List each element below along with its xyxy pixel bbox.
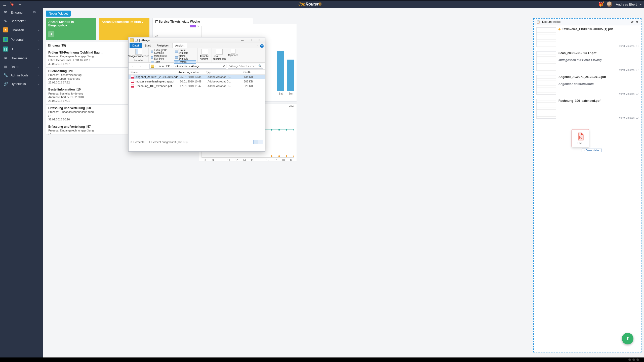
tab-share[interactable]: Freigeben — [154, 43, 172, 48]
documenthub-panel[interactable]: 📋 DocumentHub ⟳ 🗑 TaxInvoice_EINDE18-200… — [533, 18, 641, 352]
folder-icon — [130, 38, 134, 42]
dragging-pdf[interactable]: PDF — [572, 129, 589, 147]
file-row[interactable]: muster-einzelleasingvertrag.pdf10.01.201… — [129, 79, 265, 84]
avatar[interactable] — [607, 2, 612, 7]
sidebar-item-finanzen[interactable]: € Finanzen ⌄ — [0, 25, 43, 35]
dochub-item[interactable]: Scan_28.01.2019 13.17.pdf Mittagessen mi… — [534, 49, 641, 73]
nav-pane-button[interactable]: Navigationsbereich — [127, 49, 150, 58]
hamburger-icon[interactable]: ☰ — [3, 2, 7, 6]
current-view-button[interactable]: Aktuelle Ansicht — [199, 49, 210, 61]
edit-icon: ✎ — [3, 19, 8, 23]
view-extralarge[interactable]: Extra große Symbole — [150, 49, 172, 54]
close-button[interactable]: ✕ — [255, 38, 264, 43]
stat-widget-steps[interactable]: Anzahl Schritte in Eingangsbox ⬇ — [46, 18, 96, 40]
sidebar-item-hyperlinks[interactable]: 🔗 Hyperlinks ⌄ — [0, 79, 43, 88]
chevron-down-icon: ⌄ — [38, 82, 40, 85]
sidebar-item-it[interactable]: { } IT ⌄ — [0, 44, 43, 54]
trash-icon[interactable]: 🗑 — [635, 20, 638, 24]
chart-bar — [277, 51, 284, 91]
sidebar-count: 15 — [33, 11, 36, 14]
sidebar-item-personal[interactable]: 👤 Personal ⌄ — [0, 35, 43, 44]
sidebar-item-label: Daten — [11, 65, 19, 69]
dochub-item[interactable]: Angebot_AG0071_25.01.2019.pdf Angebot Ko… — [534, 73, 641, 97]
refresh-icon[interactable]: ⟳ — [221, 64, 225, 68]
view-medium[interactable]: Mittelgroße Symbole — [150, 55, 172, 60]
folder-icon — [151, 65, 154, 68]
thumbnail — [536, 99, 556, 119]
bookmark-icon[interactable]: 🔖 — [10, 2, 14, 6]
stat-title: Anzahl Dokumente im Archiv — [102, 20, 147, 24]
svg-point-6 — [286, 155, 287, 157]
back-button[interactable]: ← — [131, 64, 136, 68]
pdf-label: PDF — [578, 141, 583, 144]
qat-icon[interactable] — [135, 39, 138, 41]
file-explorer-window[interactable]: | Ablage — ☐ ✕ Datei Start Freigeben Ans… — [128, 37, 265, 152]
sidebar-item-daten[interactable]: ▦ Daten ⌄ — [0, 62, 43, 71]
window-titlebar[interactable]: | Ablage — ☐ ✕ — [129, 37, 265, 43]
file-list: Angebot_AG0071_25.01.2019.pdf25.01.2019 … — [129, 75, 265, 139]
chart-xlabel: 15 — [256, 159, 263, 161]
view-large[interactable]: Große Symbole — [174, 49, 196, 54]
file-row[interactable]: Angebot_AG0071_25.01.2019.pdf25.01.2019 … — [129, 75, 265, 79]
view-details[interactable]: Details — [174, 60, 196, 64]
dochub-item[interactable]: Rechnung_100_extended.pdf vor 9 Minuten🖵 — [534, 97, 641, 121]
chart-xlabel: 8 — [202, 159, 209, 161]
sidebar-item-eingang[interactable]: ✉ Eingang 15 — [0, 8, 43, 17]
tab-start[interactable]: Start — [142, 43, 153, 48]
view-small[interactable]: Kleine Symbole — [174, 55, 196, 60]
status-selected: 1 Element ausgewählt (133 KB) — [149, 141, 188, 144]
euro-icon: € — [3, 27, 8, 32]
username-label: Andreas Ebert — [616, 3, 637, 6]
chevron-up-icon[interactable]: ˄ — [257, 45, 259, 48]
main: Neues Widget Anzahl Schritte in Eingangs… — [43, 8, 644, 357]
maximize-button[interactable]: ☐ — [247, 38, 255, 43]
view-thumbs-toggle[interactable] — [258, 140, 263, 144]
tab-view[interactable]: Ansicht — [172, 43, 187, 48]
chevron-down-icon[interactable]: ˅ — [219, 64, 221, 68]
options-button[interactable]: Optionen — [228, 49, 239, 57]
sidebar-item-admin[interactable]: 🔧 Admin Tools ⌄ — [0, 71, 43, 79]
code-icon: { } — [3, 47, 8, 52]
chart-xlabel: 14 — [249, 159, 256, 161]
breadcrumb[interactable]: ›Dieser PC ›Dokumente ›Ablage ˅ ⟳ — [149, 64, 227, 69]
sidebar-item-label: Finanzen — [11, 28, 24, 32]
forward-button[interactable]: → — [137, 64, 143, 68]
dochub-item[interactable]: TaxInvoice_EINDE18-200185 (1).pdf vor 3 … — [534, 25, 641, 49]
sidebar-item-label: Admin Tools — [11, 73, 28, 77]
new-widget-button[interactable]: Neues Widget — [46, 11, 71, 17]
pdf-icon — [131, 75, 134, 79]
svg-point-5 — [278, 155, 280, 157]
show-hide-button[interactable]: Ein-/ ausblenden — [212, 49, 226, 61]
svg-point-2 — [286, 129, 287, 131]
sidebar-item-bearbeitet[interactable]: ✎ Bearbeitet — [0, 17, 43, 25]
sidebar-item-dokumente[interactable]: 🗎 Dokumente — [0, 54, 43, 62]
chart-xlabel: 12 — [233, 159, 240, 161]
brand-logo: JobRouter® — [22, 2, 598, 7]
link-icon: 🔗 — [3, 82, 8, 86]
file-row[interactable]: Rechnung_100_extended.pdf17.01.2019 11:4… — [129, 84, 265, 88]
chevron-down-icon[interactable]: ▾ — [640, 3, 641, 6]
taskbar — [0, 357, 644, 362]
chart-xlabel: Sun — [287, 92, 294, 95]
search-input[interactable]: "Ablage" durchsuchen 🔍 — [228, 64, 263, 69]
svg-point-1 — [278, 129, 280, 131]
person-icon: 👤 — [3, 37, 8, 42]
column-headers[interactable]: Name Änderungsdatum Typ Größe — [129, 70, 265, 75]
stat-widget-archive[interactable]: Anzahl Dokumente im Archiv — [99, 18, 149, 40]
pdf-icon — [131, 84, 134, 88]
help-icon[interactable]: ? — [260, 44, 264, 48]
tab-file[interactable]: Datei — [130, 43, 142, 48]
refresh-icon[interactable]: ⟳ — [631, 20, 633, 24]
minimize-button[interactable]: — — [238, 38, 247, 43]
upload-fab[interactable]: ⬆ — [622, 333, 633, 344]
status-count: 3 Elemente — [131, 141, 145, 144]
up-button[interactable]: ↑ — [144, 64, 148, 68]
add-icon[interactable]: ＋ — [18, 2, 22, 6]
view-details-toggle[interactable] — [253, 140, 258, 144]
chart-xlabel: 13 — [241, 159, 248, 161]
gift-icon[interactable]: 🎁 — [598, 2, 603, 7]
svg-rect-13 — [131, 86, 134, 87]
view-list[interactable]: Liste — [150, 60, 172, 64]
topbar: ☰ 🔖 ＋ JobRouter® 🎁 Andreas Ebert ▾ — [0, 1, 644, 8]
thumbnail — [536, 27, 556, 47]
